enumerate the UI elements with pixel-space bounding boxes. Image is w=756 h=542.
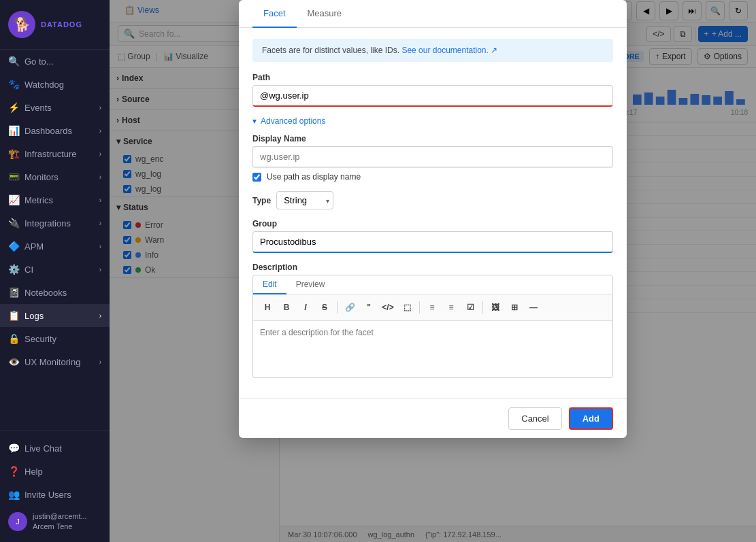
logs-icon: 📋 (8, 310, 19, 321)
check-btn[interactable]: ☑ (461, 299, 479, 316)
add-button[interactable]: Add (569, 407, 613, 430)
sidebar-item-notebooks[interactable]: 📓 Notebooks (0, 281, 110, 304)
strikethrough-btn[interactable]: S (316, 299, 333, 316)
modal-tabs: Facet Measure (239, 0, 627, 28)
info-link[interactable]: See our documentation. ↗ (401, 46, 497, 55)
cancel-button[interactable]: Cancel (508, 407, 561, 430)
sidebar-item-metrics[interactable]: 📈 Metrics › (0, 188, 110, 211)
sidebar-item-goto[interactable]: 🔍 Go to... (0, 50, 110, 73)
desc-sep3 (482, 301, 483, 314)
quote-btn[interactable]: " (360, 299, 378, 316)
path-label: Path (252, 73, 613, 82)
notebooks-icon: 📓 (8, 287, 19, 298)
bold-btn[interactable]: B (278, 299, 295, 316)
user-name: justin@arcemt... (33, 511, 87, 521)
sidebar-item-dashboards[interactable]: 📊 Dashboards › (0, 119, 110, 142)
tab-facet[interactable]: Facet (252, 0, 297, 28)
desc-tab-preview[interactable]: Preview (286, 275, 335, 294)
type-select[interactable]: String Number Boolean (276, 191, 333, 209)
code-block-btn[interactable]: ⬚ (398, 299, 416, 316)
dashboards-icon: 📊 (8, 125, 19, 136)
sidebar: 🐕 DATADOG 🔍 Go to... 🐾 Watchdog ⚡ Events… (0, 0, 110, 542)
sidebar-item-apm[interactable]: 🔷 APM › (0, 235, 110, 258)
group-group: Group (252, 219, 613, 253)
type-wrapper: String Number Boolean (276, 191, 333, 209)
user-area: J justin@arcemt... Arcem Tene (0, 506, 110, 537)
desc-tab-edit[interactable]: Edit (253, 275, 286, 294)
sidebar-item-invite[interactable]: 👥 Invite Users (0, 483, 110, 506)
desc-editor: Edit Preview H B I S 🔗 " </> ⬚ (252, 275, 613, 378)
description-label: Description (252, 262, 613, 272)
modal-overlay: Facet Measure Facets are for distinct va… (110, 0, 756, 542)
display-name-input[interactable] (252, 146, 613, 168)
hr-btn[interactable]: — (525, 299, 542, 316)
integrations-arrow-icon: › (99, 220, 101, 227)
desc-toolbar: H B I S 🔗 " </> ⬚ ≡ ≡ ☑ (253, 294, 612, 321)
chevron-down-icon: ▾ (252, 116, 257, 126)
sidebar-item-ux[interactable]: 👁️ UX Monitoring › (0, 350, 110, 373)
sidebar-item-livechat[interactable]: 💬 Live Chat (0, 437, 110, 460)
sidebar-bottom: 💬 Live Chat ❓ Help 👥 Invite Users J just… (0, 430, 110, 542)
ci-arrow-icon: › (99, 266, 101, 273)
infrastructure-arrow-icon: › (99, 150, 101, 158)
group-label: Group (252, 219, 613, 228)
logo-text: DATADOG (41, 20, 82, 29)
type-label: Type (252, 196, 271, 205)
sidebar-item-watchdog[interactable]: 🐾 Watchdog (0, 73, 110, 96)
modal-body: Facets are for distinct values, like IDs… (239, 28, 627, 399)
ci-icon: ⚙️ (8, 264, 19, 275)
desc-sep1 (337, 301, 338, 314)
events-arrow-icon: › (99, 104, 101, 112)
logs-arrow-icon: › (99, 312, 101, 320)
use-path-label: Use path as display name (267, 172, 361, 182)
group-input[interactable] (252, 231, 613, 253)
description-group: Description Edit Preview H B I S 🔗 (252, 262, 613, 378)
infrastructure-icon: 🏗️ (8, 148, 19, 159)
sidebar-item-infrastructure[interactable]: 🏗️ Infrastructure › (0, 142, 110, 165)
heading-btn[interactable]: H (259, 299, 276, 316)
monitors-icon: 📟 (8, 171, 19, 182)
metrics-arrow-icon: › (99, 197, 101, 204)
tab-measure[interactable]: Measure (297, 0, 353, 28)
ul-btn[interactable]: ≡ (423, 299, 441, 316)
table-btn[interactable]: ⊞ (506, 299, 523, 316)
use-path-row: Use path as display name (252, 172, 613, 182)
watchdog-icon: 🐾 (8, 79, 19, 90)
main-content: 📋 Views ▾ ◀ ▶ ⏭ 🔍 ↻ 🔍 Search fo... </> ⧉… (110, 0, 756, 542)
sidebar-item-events[interactable]: ⚡ Events › (0, 96, 110, 119)
path-group: Path (252, 73, 613, 107)
italic-btn[interactable]: I (297, 299, 314, 316)
sidebar-item-integrations[interactable]: 🔌 Integrations › (0, 211, 110, 235)
apm-icon: 🔷 (8, 241, 19, 252)
integrations-icon: 🔌 (8, 218, 19, 228)
sidebar-nav: 🔍 Go to... 🐾 Watchdog ⚡ Events › 📊 Dashb… (0, 50, 110, 430)
sidebar-item-help[interactable]: ❓ Help (0, 460, 110, 483)
sidebar-item-ci[interactable]: ⚙️ CI › (0, 258, 110, 281)
monitors-arrow-icon: › (99, 173, 101, 181)
sidebar-item-security[interactable]: 🔒 Security (0, 327, 110, 350)
livechat-icon: 💬 (8, 443, 19, 454)
path-input[interactable] (252, 85, 613, 107)
advanced-toggle[interactable]: ▾ Advanced options (252, 116, 613, 126)
external-link-icon: ↗ (491, 46, 497, 55)
user-info: justin@arcemt... Arcem Tene (33, 511, 87, 531)
use-path-checkbox[interactable] (252, 173, 261, 182)
ux-icon: 👁️ (8, 356, 19, 367)
desc-sep2 (419, 301, 420, 314)
goto-icon: 🔍 (8, 56, 19, 67)
info-text: Facets are for distinct values, like IDs… (262, 46, 399, 55)
metrics-icon: 📈 (8, 194, 19, 205)
avatar: J (8, 512, 27, 531)
invite-icon: 👥 (8, 489, 19, 500)
image-btn[interactable]: 🖼 (487, 299, 504, 316)
help-icon: ❓ (8, 466, 19, 477)
dashboards-arrow-icon: › (99, 127, 101, 135)
link-btn[interactable]: 🔗 (341, 299, 359, 316)
desc-textarea[interactable] (253, 321, 612, 375)
code-btn[interactable]: </> (379, 299, 397, 316)
modal-footer: Cancel Add (239, 399, 627, 438)
sidebar-item-logs[interactable]: 📋 Logs › (0, 304, 110, 327)
sidebar-item-monitors[interactable]: 📟 Monitors › (0, 165, 110, 188)
ol-btn[interactable]: ≡ (442, 299, 460, 316)
apm-arrow-icon: › (99, 243, 101, 250)
